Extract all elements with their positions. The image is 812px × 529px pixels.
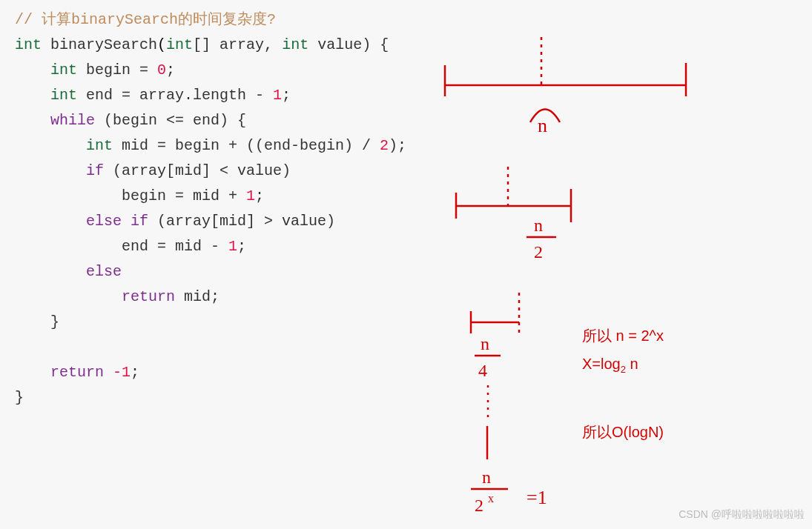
- watermark: CSDN @呼啦啦啦啦啦啦啦: [679, 508, 805, 522]
- handdrawn-diagram-svg: n n 2 n 4 n 2 x =1: [400, 0, 812, 529]
- frac-n2x-exp: x: [488, 492, 494, 505]
- tok-int: int: [282, 36, 308, 53]
- code-comment: // 计算binarySearch的时间复杂度?: [15, 11, 276, 28]
- conclusion: 所以O(logN): [582, 422, 664, 442]
- semi: ;: [131, 364, 139, 381]
- tok-int: int: [15, 36, 42, 53]
- derivation-2-sub: 2: [621, 364, 626, 375]
- func-name: binarySearch: [50, 36, 157, 53]
- num-literal: 1: [228, 238, 237, 255]
- semi: ;: [282, 87, 291, 104]
- param-array: [] array,: [193, 36, 282, 53]
- semi: ;: [166, 61, 175, 79]
- frac-n2x-denom: 2: [475, 496, 483, 515]
- kw-elseif: else if: [86, 213, 148, 230]
- kw-while: while: [50, 112, 95, 129]
- derivation-1: 所以 n = 2^x: [582, 326, 664, 346]
- num-literal: 0: [157, 61, 166, 79]
- tok-int: int: [86, 137, 113, 154]
- code-block: // 计算binarySearch的时间复杂度? int binarySearc…: [0, 0, 415, 418]
- num-literal: 2: [380, 137, 389, 154]
- frac-n2x-num: n: [482, 468, 491, 487]
- code-text: mid = begin + ((end-begin) /: [113, 137, 380, 154]
- num-literal: 1: [246, 187, 255, 204]
- code-text: begin = mid +: [122, 187, 246, 204]
- derivation-2-suffix: n: [626, 356, 638, 372]
- kw-return: return: [50, 364, 104, 381]
- close-brace: }: [50, 313, 59, 330]
- derivation-2-prefix: X=log: [582, 356, 621, 372]
- code-text: begin =: [77, 61, 157, 79]
- close-brace: }: [15, 389, 24, 406]
- derivation-2: X=log2 n: [582, 356, 638, 375]
- kw-if: if: [86, 162, 104, 179]
- label-n: n: [538, 115, 547, 136]
- tok-int: int: [50, 87, 77, 104]
- num-literal: -1: [104, 364, 131, 381]
- code-text: mid;: [175, 288, 219, 305]
- tok-int: int: [166, 36, 193, 53]
- code-text: (array[mid] < value): [104, 162, 291, 179]
- code-text: (array[mid] > value): [148, 213, 335, 230]
- frac-n4-denom: 4: [478, 361, 487, 380]
- code-text: end = array.length -: [77, 87, 273, 104]
- tok-int: int: [50, 61, 77, 79]
- code-text: end = mid -: [122, 238, 228, 255]
- kw-return: return: [122, 288, 175, 305]
- kw-else: else: [86, 263, 122, 280]
- equals-one: =1: [527, 487, 547, 508]
- frac-n4-num: n: [481, 334, 489, 353]
- semi: ;: [237, 238, 246, 255]
- num-literal: 1: [273, 87, 282, 104]
- frac-n2-num: n: [534, 216, 543, 235]
- annotation-area: n n 2 n 4 n 2 x =1 所以 n = 2^x X=log2 n 所…: [400, 0, 812, 529]
- frac-n2-denom: 2: [534, 242, 543, 262]
- semi: ;: [255, 187, 264, 204]
- param-value: value) {: [308, 36, 389, 53]
- code-text: (begin <= end) {: [95, 112, 246, 129]
